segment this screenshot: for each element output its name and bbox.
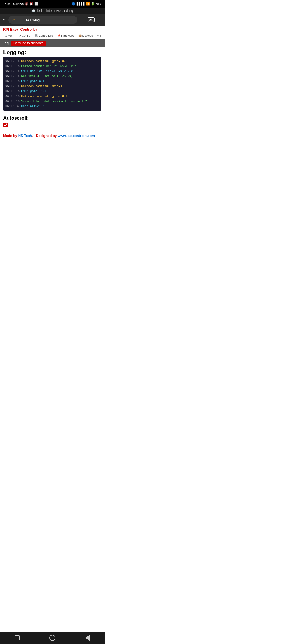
warning-icon: ⚠ bbox=[12, 18, 16, 22]
nav-tab-config[interactable]: ⚙ Config bbox=[16, 32, 32, 39]
log-msg-2: Parsed condition: If 96>61 True bbox=[21, 64, 76, 69]
app-header: RPI Easy: Controller ⌂ Main ⚙ Config 💬 C… bbox=[0, 26, 105, 39]
devices-icon: 📦 bbox=[78, 34, 82, 37]
signal-icon: ▋▋▋▋ bbox=[77, 2, 85, 6]
nav-tab-hardware-label: Hardware bbox=[61, 34, 74, 37]
nfc-icon: ⬜ bbox=[34, 2, 38, 6]
log-time-9: 06:15:18 bbox=[5, 99, 20, 104]
log-msg-10: Unit alive: 3 bbox=[21, 104, 44, 109]
status-left: 18:55 | 0,1KB/s 🔇 ⏰ ⬜ bbox=[3, 2, 38, 6]
log-time-8: 06:15:18 bbox=[5, 94, 20, 99]
credit-dash: . - Designed by bbox=[32, 134, 58, 138]
credit-made-text: Made by bbox=[3, 134, 18, 138]
log-msg-5: CMD: gpio,4,1 bbox=[21, 79, 44, 84]
log-time-4: 06:15:18 bbox=[5, 74, 20, 79]
hardware-icon: 📌 bbox=[57, 34, 60, 37]
status-network: | 0,1KB/s bbox=[12, 2, 24, 5]
log-entry-1: 06:15:18 Unknown command: gpio,18,0 bbox=[5, 59, 99, 64]
status-right: 🔵 ▋▋▋▋ 📶 🔋 58% bbox=[72, 2, 102, 6]
browser-home-button[interactable]: ⌂ bbox=[3, 17, 6, 23]
log-msg-1: Unknown command: gpio,18,0 bbox=[21, 59, 67, 64]
url-text: 10.3.141.1/log bbox=[18, 18, 40, 22]
log-time-2: 06:15:18 bbox=[5, 64, 20, 69]
nav-tabs: ⌂ Main ⚙ Config 💬 Controllers 📌 Hardware… bbox=[3, 32, 102, 39]
log-msg-9: Sensordata update arrived from unit 2 bbox=[21, 99, 87, 104]
nav-tab-main-label: Main bbox=[8, 34, 14, 37]
log-entry-2: 06:15:18 Parsed condition: If 96>61 True bbox=[5, 64, 99, 69]
log-time-10: 06:18:32 bbox=[5, 104, 20, 109]
bluetooth-icon: 🔵 bbox=[72, 2, 75, 6]
address-bar[interactable]: ⚠ 10.3.141.1/log bbox=[8, 16, 77, 24]
log-time-1: 06:15:18 bbox=[5, 59, 20, 64]
log-entry-9: 06:15:18 Sensordata update arrived from … bbox=[5, 99, 99, 104]
log-entry-5: 06:15:18 CMD: gpio,4,1 bbox=[5, 79, 99, 84]
wifi-icon: 📶 bbox=[86, 2, 90, 6]
log-msg-8: Unknown command: gpio,18,1 bbox=[21, 94, 67, 99]
status-bar: 18:55 | 0,1KB/s 🔇 ⏰ ⬜ 🔵 ▋▋▋▋ 📶 🔋 58% bbox=[0, 0, 105, 8]
nav-tab-rules-label: Rules bbox=[100, 34, 102, 37]
battery-icon: 🔋 58% bbox=[91, 2, 102, 6]
no-internet-bar: ☁️ Keine Internetverbindung bbox=[0, 8, 105, 14]
alarm-icon: ⏰ bbox=[30, 2, 33, 6]
nav-tab-config-label: Config bbox=[22, 34, 30, 37]
log-time-5: 06:15:18 bbox=[5, 79, 20, 84]
footer-credit: Made by NS Tech. - Designed by www.letsc… bbox=[0, 131, 105, 140]
copy-log-button[interactable]: Copy log to clipboard bbox=[11, 41, 46, 46]
autoscroll-section: Autoscroll: bbox=[0, 113, 105, 131]
nav-tab-devices-label: Devices bbox=[82, 34, 93, 37]
menu-button[interactable]: ⋮ bbox=[98, 17, 102, 23]
log-msg-6: Unknown command: gpio,4,1 bbox=[21, 84, 66, 89]
log-section: Logging: 06:15:18 Unknown command: gpio,… bbox=[0, 47, 105, 113]
log-entry-10: 06:18:32 Unit alive: 3 bbox=[5, 104, 99, 109]
nav-tab-hardware[interactable]: 📌 Hardware bbox=[55, 32, 76, 39]
new-tab-button[interactable]: ＋ bbox=[80, 17, 84, 23]
log-entry-7: 06:15:18 CMD: gpio,18,1 bbox=[5, 89, 99, 94]
log-entry-6: 06:15:18 Unknown command: gpio,4,1 bbox=[5, 84, 99, 89]
controllers-icon: 💬 bbox=[35, 34, 38, 37]
app-title: RPI Easy: Controller bbox=[3, 27, 102, 31]
log-toolbar: Log Copy log to clipboard bbox=[0, 39, 105, 47]
log-msg-3: CMD: NeoPixelLine,3,3,0,255,0 bbox=[21, 69, 73, 74]
browser-bar: ⌂ ⚠ 10.3.141.1/log ＋ 24 ⋮ bbox=[0, 14, 105, 26]
autoscroll-checkbox[interactable] bbox=[3, 123, 8, 127]
log-entry-3: 06:15:18 CMD: NeoPixelLine,3,3,0,255,0 bbox=[5, 69, 99, 74]
log-heading: Logging: bbox=[3, 49, 102, 56]
log-time-3: 06:15:18 bbox=[5, 69, 20, 74]
status-time: 18:55 bbox=[3, 2, 11, 5]
nav-tab-controllers[interactable]: 💬 Controllers bbox=[32, 32, 55, 39]
cloud-off-icon: ☁️ bbox=[31, 9, 35, 13]
log-entry-8: 06:15:18 Unknown command: gpio,18,1 bbox=[5, 94, 99, 99]
log-box: 06:15:18 Unknown command: gpio,18,0 06:1… bbox=[3, 57, 102, 111]
tab-count-badge[interactable]: 24 bbox=[88, 17, 95, 22]
nav-tab-main[interactable]: ⌂ Main bbox=[3, 32, 16, 39]
log-msg-4: NeoPixel 3-3 set to (0,255,0) bbox=[21, 74, 73, 79]
no-internet-text: Keine Internetverbindung bbox=[37, 9, 73, 13]
log-time-6: 06:15:18 bbox=[5, 84, 20, 89]
nav-tab-rules[interactable]: ✂ Rules bbox=[95, 32, 102, 39]
rules-icon: ✂ bbox=[97, 34, 99, 37]
mute-icon: 🔇 bbox=[25, 2, 28, 6]
credit-url[interactable]: www.letscontrolit.com bbox=[58, 134, 95, 138]
log-label: Log bbox=[3, 41, 9, 45]
browser-actions: ＋ 24 ⋮ bbox=[80, 17, 102, 23]
nav-tab-controllers-label: Controllers bbox=[39, 34, 53, 37]
main-icon: ⌂ bbox=[5, 34, 7, 37]
nav-tab-devices[interactable]: 📦 Devices bbox=[76, 32, 95, 39]
credit-ns-tech: NS Tech bbox=[18, 134, 32, 138]
log-entry-4: 06:15:18 NeoPixel 3-3 set to (0,255,0) bbox=[5, 74, 99, 79]
log-msg-7: CMD: gpio,18,1 bbox=[21, 89, 46, 94]
log-time-7: 06:15:18 bbox=[5, 89, 20, 94]
config-icon: ⚙ bbox=[19, 34, 21, 37]
autoscroll-label: Autoscroll: bbox=[3, 115, 102, 121]
